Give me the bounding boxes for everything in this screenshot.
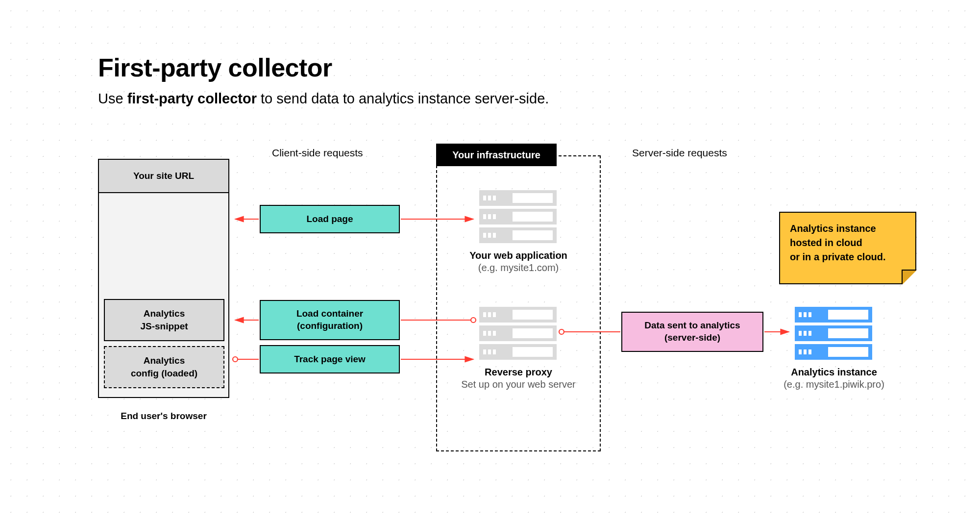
analytics-sub: (e.g. mysite1.piwik.pro) bbox=[760, 379, 907, 390]
analytics-js-snippet-box: Analytics JS-snippet bbox=[104, 299, 224, 341]
note-l1: Analytics instance bbox=[790, 222, 906, 236]
analytics-server-icon bbox=[795, 307, 872, 363]
analytics-title: Analytics instance bbox=[760, 367, 907, 378]
webapp-caption: Your web application (e.g. mysite1.com) bbox=[436, 250, 601, 273]
infrastructure-badge: Your infrastructure bbox=[436, 144, 557, 166]
flow-load-container-l1: Load container bbox=[296, 308, 363, 320]
page-subtitle: Use first-party collector to send data t… bbox=[98, 91, 549, 107]
analytics-config-box: Analytics config (loaded) bbox=[104, 346, 224, 388]
flow-load-page: Load page bbox=[260, 205, 400, 233]
flow-data-sent: Data sent to analytics (server-side) bbox=[621, 312, 763, 352]
snippet1-l1: Analytics bbox=[144, 307, 185, 320]
proxy-title: Reverse proxy bbox=[436, 367, 601, 378]
subtitle-prefix: Use bbox=[98, 91, 127, 106]
flow-load-container-l2: (configuration) bbox=[297, 320, 363, 332]
flow-data-sent-l1: Data sent to analytics bbox=[644, 320, 740, 332]
note-l2: hosted in cloud bbox=[790, 236, 906, 250]
snippet2-l1: Analytics bbox=[144, 354, 185, 367]
proxy-sub: Set up on your web server bbox=[436, 379, 601, 390]
flow-data-sent-l2: (server-side) bbox=[664, 332, 720, 344]
flow-load-container: Load container (configuration) bbox=[260, 300, 400, 340]
note-l3: or in a private cloud. bbox=[790, 250, 906, 264]
proxy-server-icon bbox=[479, 307, 557, 363]
subtitle-bold: first-party collector bbox=[127, 91, 257, 106]
server-side-label: Server-side requests bbox=[632, 147, 727, 159]
webapp-title: Your web application bbox=[436, 250, 601, 261]
browser-caption: End user's browser bbox=[98, 411, 229, 422]
sticky-note: Analytics instance hosted in cloud or in… bbox=[779, 212, 916, 284]
analytics-caption: Analytics instance (e.g. mysite1.piwik.p… bbox=[760, 367, 907, 390]
proxy-caption: Reverse proxy Set up on your web server bbox=[436, 367, 601, 390]
subtitle-suffix: to send data to analytics instance serve… bbox=[257, 91, 549, 106]
page-title: First-party collector bbox=[98, 53, 332, 82]
webapp-server-icon bbox=[479, 190, 557, 246]
client-side-label: Client-side requests bbox=[272, 147, 363, 159]
browser-window: Your site URL Analytics JS-snippet Analy… bbox=[98, 159, 229, 398]
svg-point-6 bbox=[233, 357, 238, 362]
snippet2-l2: config (loaded) bbox=[131, 367, 197, 380]
snippet1-l2: JS-snippet bbox=[140, 320, 188, 333]
browser-url-bar: Your site URL bbox=[99, 160, 228, 193]
webapp-sub: (e.g. mysite1.com) bbox=[436, 262, 601, 273]
flow-track-page-view: Track page view bbox=[260, 345, 400, 373]
